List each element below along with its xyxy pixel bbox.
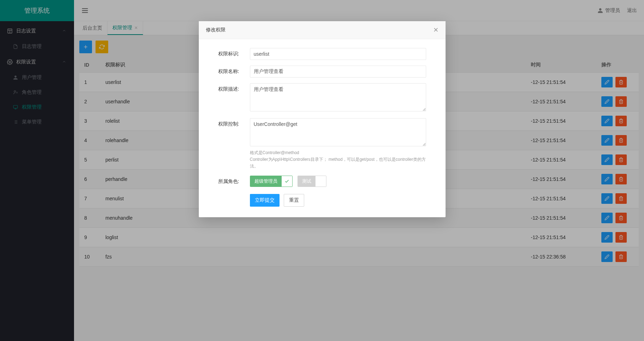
label-name: 权限名称: xyxy=(218,66,250,78)
close-icon[interactable]: ✕ xyxy=(433,26,438,34)
label-desc: 权限描述: xyxy=(218,83,250,112)
modal-overlay[interactable]: 修改权限 ✕ 权限标识: 权限名称: 权限描述: 用户管理查看 权限控制: xyxy=(0,0,644,341)
modal-title: 修改权限 xyxy=(206,27,226,33)
label-role: 所属角色: xyxy=(218,176,250,187)
submit-button[interactable]: 立即提交 xyxy=(250,194,280,207)
watermark: @稀土掘金技术社区 xyxy=(596,333,638,339)
textarea-ctrl[interactable]: UserController@get xyxy=(250,118,426,146)
label-ident: 权限标识: xyxy=(218,48,250,60)
modal-edit-perm: 修改权限 ✕ 权限标识: 权限名称: 权限描述: 用户管理查看 权限控制: xyxy=(199,21,446,217)
check-icon xyxy=(282,176,292,187)
knob-icon xyxy=(315,176,326,187)
switch-role-test[interactable]: 测试 xyxy=(298,176,326,187)
label-ctrl: 权限控制: xyxy=(218,118,250,170)
reset-button[interactable]: 重置 xyxy=(284,194,304,207)
help-text: 格式是Controller@method Controller为App\Http… xyxy=(250,150,426,170)
switch-role-superadmin[interactable]: 超级管理员 xyxy=(250,176,293,187)
switch-label: 超级管理员 xyxy=(250,176,282,187)
input-name[interactable] xyxy=(250,66,426,78)
textarea-desc[interactable]: 用户管理查看 xyxy=(250,83,426,111)
input-ident[interactable] xyxy=(250,48,426,60)
switch-label: 测试 xyxy=(298,176,315,187)
